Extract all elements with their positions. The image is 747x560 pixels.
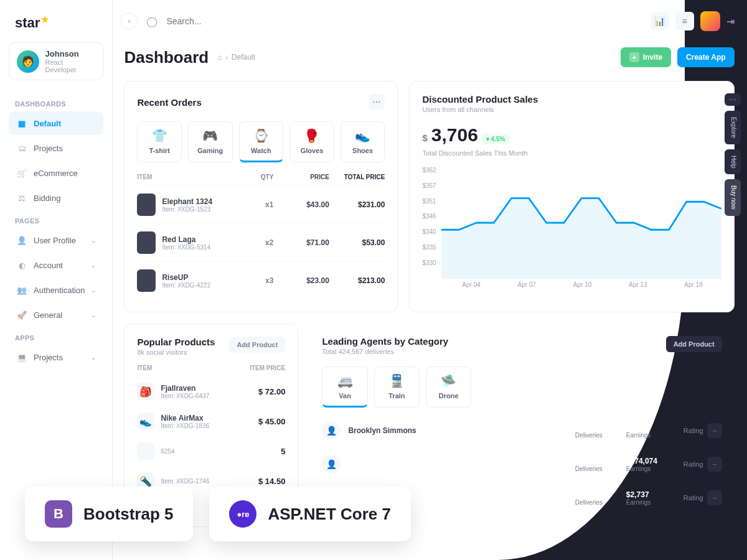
tab-icon: 🛸 [429, 373, 468, 388]
col-total: TOTAL PRICE [329, 174, 385, 180]
invite-button[interactable]: +Invite [621, 47, 671, 67]
tab-gaming[interactable]: 🎮Gaming [188, 121, 233, 162]
arrow-right-icon[interactable]: → [707, 490, 722, 505]
notification-icon[interactable]: ≡ [675, 12, 694, 30]
col-price: ITEM PRICE [250, 365, 285, 371]
discounted-title: Discounted Product Sales [422, 94, 721, 105]
agents-title: Leading Agents by Category [322, 336, 448, 347]
line-chart [441, 167, 721, 279]
table-row[interactable]: 👤Brooklyn Simmons1,240Deliveries$5,400Ea… [322, 414, 721, 447]
chevron-down-icon: ⌄ [91, 354, 96, 361]
product-thumb: 🎒 [137, 383, 154, 400]
user-role: React Developer [45, 58, 96, 73]
search-icon: ◯ [146, 16, 157, 27]
avatar: 👤 [322, 455, 341, 474]
nav-apps-projects[interactable]: 💻Projects⌄ [9, 345, 103, 369]
nav-projects[interactable]: 🗂Projects [9, 136, 103, 160]
pct-badge: ▾ 4.5% [482, 134, 510, 144]
currency-symbol: $ [422, 133, 427, 143]
more-icon[interactable]: ⋯ [369, 94, 385, 110]
arrow-right-icon[interactable]: → [707, 457, 722, 472]
avatar: 👤 [322, 421, 341, 440]
nav-general[interactable]: 🚀General⌄ [9, 303, 103, 327]
col-item: ITEM [137, 365, 250, 371]
col-item: ITEM [137, 174, 236, 180]
product-thumb [137, 194, 156, 216]
lock-icon: 👥 [16, 284, 27, 296]
side-dots-icon[interactable]: ⋯ [725, 93, 741, 106]
page-title: Dashboard [124, 48, 209, 67]
user-icon: 👤 [16, 235, 27, 246]
tab-icon: 👕 [140, 128, 179, 143]
recent-orders-card: Recent Orders ⋯ 👕T-shirt🎮Gaming⌚Watch🥊Gl… [124, 81, 398, 312]
create-app-button[interactable]: Create App [677, 47, 735, 67]
table-row[interactable]: Red LagaItem: #XDG-5314x2$71.00$53.00 [137, 223, 385, 261]
hammer-icon: ⚖ [16, 192, 27, 203]
table-row[interactable]: RiseUPItem: #XDG-4222x3$23.00$213.00 [137, 261, 385, 299]
help-button[interactable]: Help [725, 149, 741, 175]
table-row[interactable]: Elephant 1324Item: #XDG-1523x1$43.00$231… [137, 185, 385, 223]
discounted-footer: Total Discounted Sales This Month [422, 149, 721, 157]
tab-t-shirt[interactable]: 👕T-shirt [137, 121, 182, 162]
tab-train[interactable]: 🚆Train [374, 366, 420, 408]
nav-account[interactable]: ◐Account⌄ [9, 253, 103, 277]
add-product-button-dark[interactable]: Add Product [666, 336, 722, 352]
nav-default[interactable]: ▦Default [9, 111, 103, 135]
nav-authentication[interactable]: 👥Authentication⌄ [9, 278, 103, 302]
list-item[interactable]: 62545 [137, 436, 285, 466]
nav-section-dashboards: DASHBOARDS [9, 94, 103, 111]
table-row[interactable]: 👤6,074Deliveries$174,074EarningsRating→ [322, 447, 721, 481]
agents-subtitle: Total 424,567 deliveries [322, 348, 448, 355]
laptop-icon: 💻 [16, 352, 27, 363]
nav-user-profile[interactable]: 👤User Profile⌄ [9, 228, 103, 252]
user-name: Johnson [45, 49, 96, 58]
discounted-value: 3,706 [431, 124, 478, 146]
chevron-right-icon: › [225, 54, 227, 61]
tab-shoes[interactable]: 👟Shoes [341, 121, 385, 162]
chevron-down-icon: ⌄ [91, 312, 96, 319]
discounted-sales-card: Discounted Product Sales Users from all … [409, 81, 734, 312]
explore-button[interactable]: Explore [725, 111, 741, 144]
rocket-icon: 🚀 [16, 309, 27, 320]
buy-now-button[interactable]: Buy now [725, 179, 741, 215]
popular-subtitle: 8k social visitors [137, 348, 215, 356]
bootstrap-icon: B [45, 500, 72, 528]
dotnet-icon: ●re [229, 500, 256, 528]
product-thumb: 👟 [137, 413, 154, 430]
tab-icon: ⌚ [242, 128, 281, 143]
tab-gloves[interactable]: 🥊Gloves [289, 121, 334, 162]
grid-icon: ▦ [16, 118, 27, 129]
exit-icon[interactable]: ⇥ [726, 16, 735, 27]
product-thumb [137, 442, 154, 460]
nav-section-apps: APPS [9, 328, 103, 345]
tab-icon: 🥊 [293, 128, 331, 143]
pie-icon: ◐ [16, 259, 27, 271]
home-icon[interactable]: ⌂ [217, 53, 222, 62]
back-button[interactable]: ‹ [120, 12, 138, 30]
tab-icon: 🎮 [191, 128, 230, 143]
chevron-down-icon: ⌄ [91, 237, 96, 244]
chart-icon[interactable]: 📊 [651, 12, 669, 30]
list-item[interactable]: 🎒FjallravenItem: #XDG-6437$ 72.00 [137, 376, 285, 406]
user-card[interactable]: 🧑 Johnson React Developer [9, 42, 103, 80]
cart-icon: 🛒 [16, 167, 27, 179]
nav-bidding[interactable]: ⚖Bidding [9, 186, 103, 210]
tab-van[interactable]: 🚐Van [322, 366, 367, 408]
user-menu-avatar[interactable] [700, 11, 720, 31]
search-input[interactable] [166, 16, 641, 26]
arrow-right-icon[interactable]: → [707, 423, 722, 438]
popular-title: Popular Products [137, 337, 215, 347]
tab-watch[interactable]: ⌚Watch [239, 121, 284, 162]
tab-icon: 🚐 [325, 373, 364, 388]
nav-ecommerce[interactable]: 🛒eCommerce [9, 161, 103, 185]
breadcrumb: ⌂ › Default [217, 53, 255, 62]
avatar: 🧑 [17, 50, 39, 73]
list-item[interactable]: 👟Nike AirMaxItem: #XDG-1836$ 45.00 [137, 406, 285, 436]
chevron-down-icon: ⌄ [91, 262, 96, 269]
product-thumb [137, 269, 156, 292]
add-product-button[interactable]: Add Product [229, 337, 285, 353]
tab-icon: 👟 [344, 128, 382, 143]
plus-icon: + [629, 52, 639, 62]
tab-drone[interactable]: 🛸Drone [426, 366, 471, 408]
aspnet-badge: ●re ASP.NET Core 7 [209, 487, 410, 541]
